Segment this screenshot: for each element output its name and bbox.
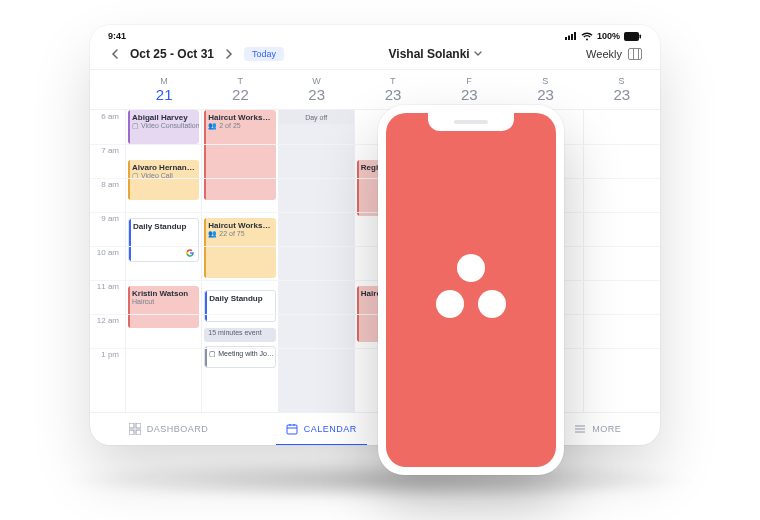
svg-rect-11	[287, 425, 297, 434]
user-selector[interactable]: Vishal Solanki	[389, 47, 482, 61]
event[interactable]: ▢Meeting with Jo…	[204, 346, 275, 368]
prev-week-button[interactable]	[108, 47, 122, 61]
svg-rect-0	[565, 37, 567, 40]
group-icon: 👥	[208, 122, 217, 130]
app-logo-icon	[432, 254, 510, 326]
svg-rect-2	[571, 34, 573, 40]
user-name: Vishal Solanki	[389, 47, 470, 61]
columns-icon	[628, 48, 642, 60]
day-col-sun[interactable]	[584, 110, 660, 412]
video-icon: ▢	[132, 122, 139, 130]
day-header-sun[interactable]: S 23	[584, 70, 660, 109]
event[interactable]: Haircut Workshops 👥2 of 25	[204, 110, 275, 200]
event[interactable]: 15 minutes event	[204, 328, 275, 342]
svg-rect-5	[640, 34, 642, 38]
event[interactable]: Abigail Harvey ▢Video Consultations	[128, 110, 199, 144]
status-time: 9:41	[108, 31, 126, 41]
chevron-down-icon	[474, 51, 482, 57]
svg-rect-4	[624, 32, 639, 41]
calendar-toolbar: Oct 25 - Oct 31 Today Vishal Solanki Wee…	[90, 43, 660, 69]
day-col-wed[interactable]: Day off	[279, 110, 355, 412]
phone-notch	[428, 113, 514, 131]
day-header-wed[interactable]: W 23	[279, 70, 355, 109]
event[interactable]: Alvaro Hernandez ▢Video Call	[128, 160, 199, 200]
day-header-thu[interactable]: T 23	[355, 70, 431, 109]
bottom-tabbar: DASHBOARD CALENDAR ACTIVITY MORE	[90, 412, 660, 445]
event[interactable]: Haircut Workshops 👥22 of 75	[204, 218, 275, 278]
svg-rect-10	[136, 430, 141, 435]
day-header-fri[interactable]: F 23	[431, 70, 507, 109]
signal-icon	[565, 32, 577, 40]
svg-rect-1	[568, 36, 570, 41]
time-gutter: 6 am 7 am 8 am 9 am 10 am 11 am 12 am 1 …	[90, 110, 126, 412]
ground-shadow	[60, 460, 700, 500]
group-icon: 👥	[208, 230, 217, 238]
day-col-mon[interactable]: Abigail Harvey ▢Video Consultations Alva…	[126, 110, 202, 412]
status-icons: 100%	[565, 31, 642, 41]
tab-more[interactable]: MORE	[568, 421, 627, 437]
battery-icon	[624, 32, 642, 41]
tablet-frame: 9:41 100% Oct 25 - Oct 31	[90, 25, 660, 445]
today-button[interactable]: Today	[244, 47, 284, 61]
svg-rect-7	[129, 423, 134, 428]
allday-event[interactable]: Day off	[279, 110, 354, 124]
phone-frame	[378, 105, 564, 475]
calendar-grid[interactable]: 6 am 7 am 8 am 9 am 10 am 11 am 12 am 1 …	[90, 110, 660, 412]
google-icon	[185, 248, 195, 258]
menu-icon	[574, 423, 586, 435]
phone-screen	[386, 113, 556, 467]
dashboard-icon	[129, 423, 141, 435]
view-mode-label: Weekly	[586, 48, 622, 60]
tab-dashboard[interactable]: DASHBOARD	[123, 421, 215, 437]
event[interactable]: Daily Standup	[204, 290, 275, 322]
event[interactable]: Daily Standup	[128, 218, 199, 262]
svg-rect-3	[574, 32, 576, 40]
view-mode-selector[interactable]: Weekly	[586, 48, 642, 60]
event[interactable]: Kristin Watson Haircut	[128, 286, 199, 328]
wifi-icon	[581, 32, 593, 41]
day-col-tue[interactable]: Haircut Workshops 👥2 of 25 Haircut Works…	[202, 110, 278, 412]
video-icon: ▢	[209, 350, 216, 358]
day-header-tue[interactable]: T 22	[202, 70, 278, 109]
svg-rect-8	[136, 423, 141, 428]
day-header-sat[interactable]: S 23	[507, 70, 583, 109]
days-header: M 21 T 22 W 23 T 23 F 23 S 23	[90, 69, 660, 110]
next-week-button[interactable]	[222, 47, 236, 61]
calendar-icon	[286, 423, 298, 435]
date-range-label: Oct 25 - Oct 31	[130, 47, 214, 61]
status-bar: 9:41 100%	[90, 25, 660, 43]
video-icon: ▢	[132, 172, 139, 180]
svg-rect-9	[129, 430, 134, 435]
battery-percent: 100%	[597, 31, 620, 41]
day-header-mon[interactable]: M 21	[126, 70, 202, 109]
tab-calendar[interactable]: CALENDAR	[280, 421, 363, 437]
